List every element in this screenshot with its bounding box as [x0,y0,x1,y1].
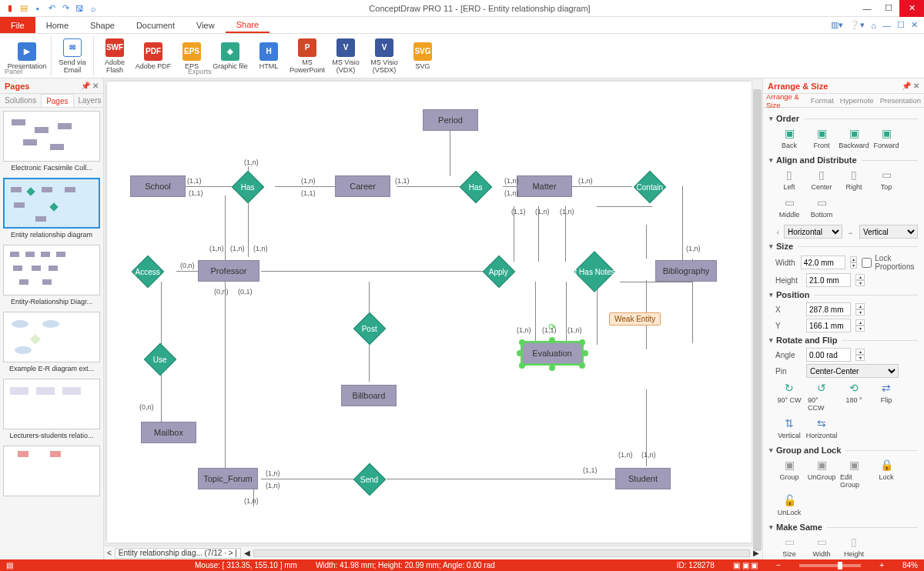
tab-share[interactable]: Share [226,17,270,33]
mdi-max-icon[interactable]: ☐ [897,20,905,30]
pin-combo[interactable]: Center-Center [806,364,899,378]
thumb-page[interactable]: Electronic Facsimile Coll... [3,111,100,172]
align-top-button[interactable]: ▭Top [872,168,900,191]
angle-input[interactable] [806,348,851,362]
tab-home[interactable]: Home [35,17,79,33]
print-icon[interactable]: ⌕ [88,3,99,14]
pos-x-input[interactable] [806,302,851,316]
ribbon-email[interactable]: ✉ Send via Email [53,35,92,76]
entity-bibliography[interactable]: Bibliography [655,260,717,282]
rotate-90ccw-button[interactable]: ↺90° CCW [808,381,835,412]
lock-button[interactable]: 🔒Lock [872,458,900,489]
mdi-min-icon[interactable]: — [882,21,891,30]
ribbon-visio-vsdx[interactable]: VMS Visio (VSDX) [365,35,403,76]
ribbon-graphic[interactable]: ◆Graphic file [211,35,249,76]
thumb-page[interactable]: Example E-R diagram ext... [3,312,100,372]
rel-access[interactable]: Access [132,255,164,288]
pos-y-input[interactable] [806,319,851,332]
subtab-layers[interactable]: Layers [74,94,106,107]
diagram-canvas[interactable]: School Career Period Matter Bibliography… [107,82,752,543]
rel-use[interactable]: Use [144,343,176,376]
redo-icon[interactable]: ↷ [60,3,71,14]
tab-shape[interactable]: Shape [79,17,126,33]
entity-professor[interactable]: Professor [198,260,259,282]
entity-billboard[interactable]: Billboard [341,385,397,406]
height-spinner[interactable]: ▴▾ [855,274,865,286]
section-order[interactable]: Order [769,114,918,123]
align-left-button[interactable]: ▯Left [775,168,803,191]
ribbon-pdf[interactable]: PDFAdobe PDF [134,35,172,76]
entity-mailbox[interactable]: Mailbox [141,422,196,443]
rel-has[interactable]: Has [232,171,264,203]
zoom-out-button[interactable]: − [776,561,781,569]
entity-school[interactable]: School [130,175,186,197]
save-as-icon[interactable]: 🖫 [74,3,85,14]
align-middle-button[interactable]: ▭Middle [775,195,803,219]
thumb-page[interactable] [3,446,100,496]
entity-topic-forum[interactable]: Topic_Forum [198,468,258,489]
width-input[interactable] [801,255,845,269]
zoom-slider[interactable] [799,564,861,567]
ungroup-button[interactable]: ▣UnGroup [808,458,835,489]
entity-student[interactable]: Student [615,468,671,489]
save-icon[interactable]: ▪ [32,3,43,14]
section-align[interactable]: Align and Distribute [769,155,918,165]
undo-icon[interactable]: ↶ [46,3,57,14]
width-spinner[interactable]: ▴▾ [850,256,857,269]
rp-tab-hypernote[interactable]: Hypernote [837,94,877,107]
vertical-scrollbar[interactable] [752,82,762,544]
subtab-solutions[interactable]: Solutions [0,94,41,107]
unlock-button[interactable]: 🔓UnLock [775,493,803,516]
distribute-v-combo[interactable]: Vertical [859,225,918,239]
edit-group-button[interactable]: ▣Edit Group [840,458,868,489]
tab-file[interactable]: File [0,17,35,33]
page-nav-prev[interactable]: < [107,549,112,557]
open-icon[interactable]: ▤ [18,3,29,14]
mdi-close-icon[interactable]: ✕ [911,20,918,30]
order-back-button[interactable]: ▣Back [775,126,803,149]
close-button[interactable]: ✕ [899,0,924,17]
ribbon-visio-vdx[interactable]: VMS Visio (VDX) [326,35,365,76]
status-mode-icon[interactable]: ▤ [6,561,13,569]
section-size[interactable]: Size [769,242,918,251]
align-right-button[interactable]: ▯Right [840,168,868,191]
order-forward-button[interactable]: ▣Forward [872,126,900,149]
pin-icon[interactable]: 📌 ✕ [81,82,99,90]
new-doc-icon[interactable]: ▮ [5,3,15,14]
lock-proportions-checkbox[interactable] [862,258,872,268]
thumb-page[interactable]: Lecturers-students relatio... [3,379,100,439]
ribbon-min-icon[interactable]: ⌂ [871,21,876,30]
rp-tab-arrange[interactable]: Arrange & Size [763,94,808,107]
rel-contain[interactable]: Contain [634,171,666,203]
entity-career[interactable]: Career [335,175,390,197]
hscroll-left[interactable]: ◀ [244,549,250,557]
doc-tab[interactable]: Entity relationship diag... (7/12 · > | [115,548,241,559]
help-icon[interactable]: ❔▾ [849,20,865,30]
rel-send[interactable]: Send [353,463,386,496]
rotate-90cw-button[interactable]: ↻90° CW [775,381,803,412]
entity-period[interactable]: Period [423,109,478,131]
entity-evaluation[interactable]: Evaluation [522,342,582,364]
ribbon-ppt[interactable]: PMS PowerPoint [288,35,326,76]
group-button[interactable]: ▣Group [775,458,803,489]
flip-h-button[interactable]: ⇆Horizontal [808,416,835,439]
section-group[interactable]: Group and Lock [769,446,918,455]
status-misc-icons[interactable]: ▣ ▣ ▣ [733,561,758,569]
sameheight-button[interactable]: ▯Height [840,535,868,558]
section-makesame[interactable]: Make Same [769,523,918,532]
thumb-page[interactable]: Entity relationship diagram [3,178,100,239]
entity-matter[interactable]: Matter [517,175,572,197]
horizontal-scrollbar[interactable] [253,549,750,557]
order-front-button[interactable]: ▣Front [808,126,835,149]
height-input[interactable] [806,273,851,287]
samewidth-button[interactable]: ▭Width [808,535,835,558]
cloud-icon[interactable]: ▥▾ [831,20,843,30]
distribute-h-combo[interactable]: Horizontal [784,225,842,239]
ribbon-svg[interactable]: SVGSVG [403,35,442,76]
samesize-button[interactable]: ▭Size [775,535,803,558]
rel-apply[interactable]: Apply [483,255,515,288]
ribbon-html[interactable]: HHTML [249,35,288,76]
pin-icon[interactable]: 📌 ✕ [902,82,919,90]
rel-post[interactable]: Post [353,312,386,345]
rel-ithasnotes[interactable]: It Has Notes [574,251,615,292]
